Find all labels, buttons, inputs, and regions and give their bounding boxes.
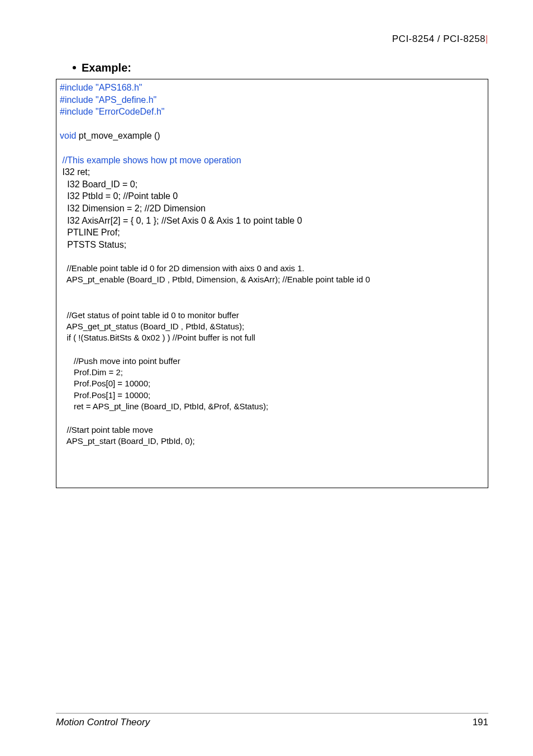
example-label: Example: (82, 62, 131, 74)
code-prof-pos0: Prof.Pos[0] = 10000; (60, 378, 484, 389)
page-header: PCI-8254 / PCI-8258| (56, 34, 488, 45)
code-box: #include "APS168.h" #include "APS_define… (56, 79, 488, 488)
code-blank-6 (60, 343, 484, 356)
code-include-3: #include "ErrorCodeDef.h" (60, 106, 484, 118)
code-dimension: I32 Dimension = 2; //2D Dimension (60, 202, 484, 215)
code-comment-start: //Start point table move (60, 424, 484, 436)
footer-page-number: 191 (473, 717, 488, 728)
code-axisarr: I32 AxisArr[2] = { 0, 1 }; //Set Axis 0 … (60, 215, 484, 227)
code-aps-get-pt-status: APS_get_pt_status (Board_ID , PtbId, &St… (60, 321, 484, 332)
code-comment-example: //This example shows how pt move operati… (60, 154, 484, 167)
code-aps-pt-enable: APS_pt_enable (Board_ID , PtbId, Dimensi… (60, 274, 484, 285)
header-accent: | (486, 34, 488, 44)
code-blank-8 (60, 447, 484, 459)
code-prof-pos1: Prof.Pos[1] = 10000; (60, 390, 484, 401)
code-include-1: #include "APS168.h" (60, 82, 484, 94)
code-aps-pt-start: APS_pt_start (Board_ID, PtbId, 0); (60, 436, 484, 447)
code-boardid: I32 Board_ID = 0; (60, 178, 484, 191)
code-comment-push: //Push move into point buffer (60, 356, 484, 367)
code-blank-3 (60, 251, 484, 263)
code-fn-sig: void pt_move_example () (60, 130, 484, 142)
example-heading: Example: (73, 62, 488, 74)
page: PCI-8254 / PCI-8258| Example: #include "… (0, 0, 533, 756)
code-if-status: if ( !(Status.BitSts & 0x02 ) ) //Point … (60, 332, 484, 343)
code-ret-decl: I32 ret; (60, 166, 484, 178)
code-ptline: PTLINE Prof; (60, 226, 484, 239)
code-comment-enable: //Enable point table id 0 for 2D dimensi… (60, 263, 484, 274)
code-prof-dim: Prof.Dim = 2; (60, 367, 484, 378)
code-blank-1 (60, 118, 484, 130)
code-blank-2 (60, 142, 484, 154)
code-aps-pt-line: ret = APS_pt_line (Board_ID, PtbId, &Pro… (60, 401, 484, 412)
code-blank-9 (60, 459, 484, 471)
code-ptsts: PTSTS Status; (60, 239, 484, 251)
footer-title: Motion Control Theory (56, 717, 150, 728)
page-footer: Motion Control Theory 191 (56, 713, 488, 728)
code-blank-4 (60, 285, 484, 297)
code-comment-getstatus: //Get status of point table id 0 to moni… (60, 310, 484, 321)
bullet-icon (73, 66, 76, 69)
code-include-2: #include "APS_define.h" (60, 94, 484, 106)
code-blank-7 (60, 412, 484, 424)
code-ptbid: I32 PtbId = 0; //Point table 0 (60, 190, 484, 202)
header-model: PCI-8254 / PCI-8258 (392, 34, 486, 44)
code-blank-5 (60, 297, 484, 310)
